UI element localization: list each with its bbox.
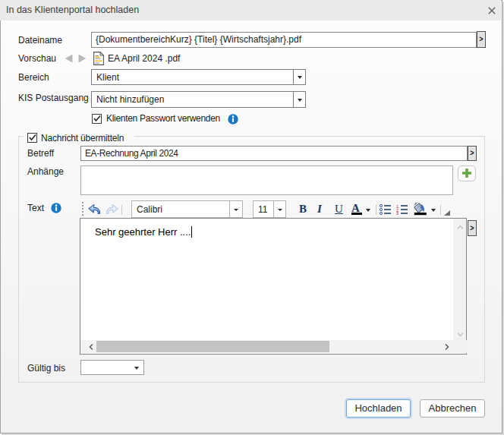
svg-text:3: 3: [396, 211, 398, 215]
